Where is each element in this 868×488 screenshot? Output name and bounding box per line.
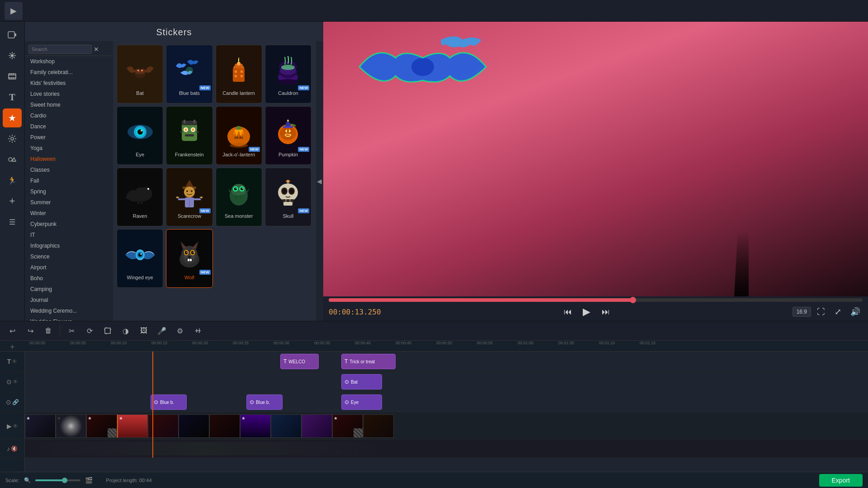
text-track-row: T Trick or treat T WELCO	[25, 352, 868, 372]
export-button[interactable]: Export	[819, 474, 863, 487]
cat-dance[interactable]: Dance	[25, 121, 113, 132]
search-input[interactable]	[28, 45, 92, 54]
cat-wedding-c[interactable]: Wedding Ceremo...	[25, 305, 113, 316]
left-icon-add[interactable]: +	[3, 192, 22, 211]
sticker-eye[interactable]: Eye	[117, 106, 163, 165]
left-icon-text[interactable]: T	[3, 88, 22, 107]
text-track-eye[interactable]: 👁	[12, 358, 17, 365]
screen-fit-button[interactable]: ⛶	[814, 305, 828, 319]
sticker-winged-eye[interactable]: Winged eye	[117, 229, 163, 288]
video-thumb-1[interactable]: ★	[56, 414, 86, 438]
mic-button[interactable]: 🎤	[154, 323, 170, 338]
sticker-track-eye[interactable]: 👁	[13, 379, 18, 385]
sticker-cauldron[interactable]: NEW Cau	[265, 45, 311, 103]
video-thumb-0[interactable]: ★	[25, 414, 56, 438]
add-track-button[interactable]: +	[10, 343, 15, 352]
sticker-bat[interactable]: Bat	[117, 45, 163, 103]
left-icon-video[interactable]	[3, 25, 22, 44]
cat-winter[interactable]: Winter	[25, 208, 113, 219]
sticker-clip-blue-mid[interactable]: ⊙ Blue b.	[246, 394, 283, 410]
sticker-raven[interactable]: Raven	[117, 168, 163, 226]
cat-yoga[interactable]: Yoga	[25, 143, 113, 154]
redo-button[interactable]: ↪	[23, 323, 38, 338]
video-thumb-8[interactable]	[271, 414, 302, 438]
left-icon-tools[interactable]	[3, 129, 22, 148]
sticker-frankenstein[interactable]: Frankenstein	[166, 106, 212, 165]
left-icon-menu[interactable]: ☰	[3, 212, 22, 231]
sticker-scarecrow[interactable]: NEW	[166, 168, 212, 226]
svg-point-72	[287, 120, 289, 122]
cat-infographics[interactable]: Infographics	[25, 240, 113, 251]
rewind-button[interactable]: ⏮	[561, 305, 575, 319]
audio-track-mute[interactable]: 🔇	[11, 446, 18, 452]
sticker-wolf[interactable]: NEW	[166, 229, 212, 288]
sticker-clip-bat-icon: ⊙	[344, 379, 349, 385]
left-icon-film[interactable]	[3, 67, 22, 86]
sticker-candle-lantern[interactable]: Candle lantern	[216, 45, 262, 103]
forward-button[interactable]: ⏭	[599, 305, 613, 319]
video-thumb-2[interactable]: ★	[86, 414, 117, 438]
cat-airport[interactable]: Airport	[25, 262, 113, 273]
left-icon-shapes[interactable]	[3, 150, 22, 169]
fullscreen-button[interactable]: ⤢	[831, 305, 845, 319]
left-icon-sticker[interactable]: ★	[3, 108, 22, 127]
cat-spring[interactable]: Spring	[25, 186, 113, 197]
search-clear-btn[interactable]: ✕	[94, 46, 99, 53]
video-thumb-7[interactable]: ★	[240, 414, 271, 438]
progress-bar[interactable]	[329, 298, 863, 302]
sticker-clip-bat[interactable]: ⊙ Bat	[341, 374, 382, 389]
video-thumb-6[interactable]	[209, 414, 240, 438]
cat-camping[interactable]: Camping	[25, 284, 113, 295]
cat-workshop[interactable]: Workshop	[25, 56, 113, 67]
video-thumb-10[interactable]: ★	[332, 414, 363, 438]
cat-boho[interactable]: Boho	[25, 273, 113, 284]
cat-cardio[interactable]: Cardio	[25, 110, 113, 121]
video-thumb-4[interactable]	[148, 414, 179, 438]
cat-science[interactable]: Science	[25, 251, 113, 262]
sticker2-track-link[interactable]: 🔗	[12, 399, 19, 405]
sticker-pumpkin[interactable]: NEW	[265, 106, 311, 165]
text-clip-welcome[interactable]: T WELCO	[280, 354, 319, 369]
aspect-ratio-badge[interactable]: 16:9	[793, 307, 811, 317]
cat-journal[interactable]: Journal	[25, 295, 113, 305]
left-icon-sport[interactable]: 🏃	[3, 171, 22, 190]
cat-it[interactable]: IT	[25, 230, 113, 240]
cat-wedding-f[interactable]: Wedding Flowers	[25, 316, 113, 321]
color-button[interactable]: ◑	[118, 323, 133, 338]
crop-button[interactable]	[100, 323, 115, 338]
video-thumb-9[interactable]	[302, 414, 332, 438]
video-thumb-5[interactable]	[179, 414, 209, 438]
cat-classes[interactable]: Classes	[25, 164, 113, 175]
cat-cyberpunk[interactable]: Cyberpunk	[25, 219, 113, 230]
undo-button[interactable]: ↩	[5, 323, 20, 338]
cat-power[interactable]: Power	[25, 132, 113, 143]
sticker-jack-o-lantern[interactable]: NEW Jack-o'-lantern	[216, 106, 262, 165]
scale-slider[interactable]	[35, 479, 80, 481]
sticker-clip-blue-left[interactable]: ⊙ Blue b.	[151, 394, 187, 410]
cat-love[interactable]: Love stories	[25, 89, 113, 99]
delete-button[interactable]: 🗑	[41, 323, 56, 338]
cat-fall[interactable]: Fall	[25, 175, 113, 186]
cat-halloween[interactable]: Halloween	[25, 154, 113, 164]
video-thumb-3[interactable]: ★	[117, 414, 148, 438]
collapse-arrow[interactable]: ◀	[315, 41, 323, 321]
redo2-button[interactable]: ⟳	[82, 323, 97, 338]
video-thumb-11[interactable]	[363, 414, 394, 438]
text-clip-trick-or-treat[interactable]: T Trick or treat	[341, 354, 396, 369]
sticker-skull[interactable]: NEW	[265, 168, 311, 226]
cat-kids[interactable]: Kids' festivities	[25, 78, 113, 89]
equalizer-button[interactable]	[190, 323, 206, 338]
cat-summer[interactable]: Summer	[25, 197, 113, 208]
cut-button[interactable]: ✂	[64, 323, 79, 338]
volume-button[interactable]: 🔊	[848, 305, 863, 319]
cat-family[interactable]: Family celebrati...	[25, 67, 113, 78]
sticker-sea-monster[interactable]: Sea monster	[216, 168, 262, 226]
settings-button[interactable]: ⚙	[172, 323, 188, 338]
cat-sweet[interactable]: Sweet home	[25, 99, 113, 110]
sticker-blue-bats[interactable]: NEW Blue bats	[166, 45, 212, 103]
left-icon-magic[interactable]	[3, 46, 22, 65]
sticker-clip-eye[interactable]: ⊙ Eye	[341, 394, 382, 410]
video-track-eye[interactable]: 👁	[13, 423, 18, 429]
image-button[interactable]: 🖼	[136, 323, 151, 338]
play-button[interactable]: ▶	[580, 305, 594, 319]
